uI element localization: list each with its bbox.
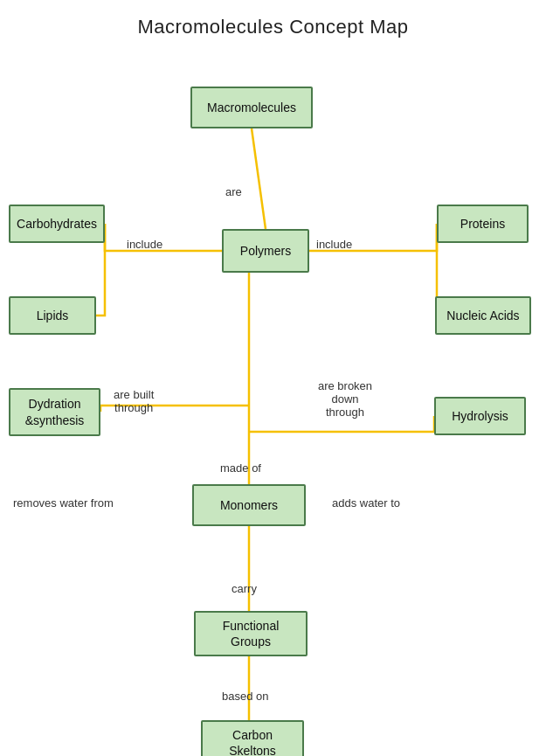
label-carry: carry: [232, 582, 257, 595]
node-carbon-skeltons: Carbon Skeltons: [201, 720, 304, 756]
node-polymers: Polymers: [222, 229, 309, 273]
label-are: are: [225, 185, 242, 198]
node-macromolecules: Macromolecules: [190, 87, 313, 128]
label-are-built-through: are built through: [114, 388, 154, 414]
node-proteins: Proteins: [437, 205, 529, 243]
label-removes-water-from: removes water from: [13, 496, 114, 510]
label-based-on: based on: [222, 690, 269, 703]
node-carbohydrates: Carbohydrates: [9, 205, 105, 243]
node-nucleic-acids: Nucleic Acids: [435, 296, 531, 335]
label-adds-water-to: adds water to: [332, 496, 400, 510]
label-include-right: include: [316, 238, 352, 251]
node-hydrolysis: Hydrolysis: [434, 397, 526, 435]
node-functional-groups: Functional Groups: [194, 611, 308, 656]
label-made-of: made of: [220, 461, 261, 475]
concept-map: Macromolecules Polymers Carbohydrates Li…: [0, 38, 546, 756]
node-monomers: Monomers: [192, 484, 306, 526]
page-title: Macromolecules Concept Map: [0, 0, 546, 38]
label-are-broken-down-through: are broken down through: [297, 379, 393, 419]
svg-line-0: [252, 128, 266, 229]
node-dydration: Dydration &synthesis: [9, 388, 100, 436]
node-lipids: Lipids: [9, 296, 96, 335]
label-include-left: include: [127, 238, 162, 251]
